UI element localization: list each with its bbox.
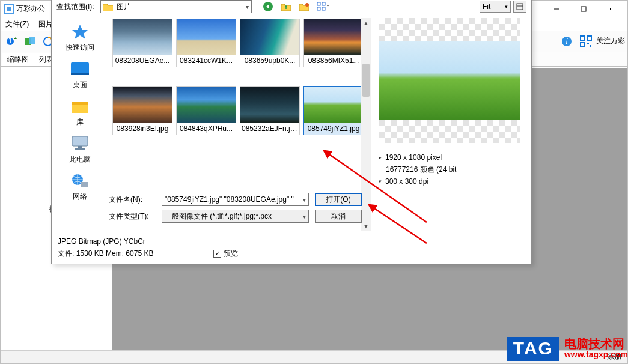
svg-rect-17	[587, 43, 589, 44]
folder-icon	[103, 3, 113, 11]
svg-rect-4	[581, 7, 586, 11]
svg-rect-23	[322, 2, 325, 5]
file-thumb[interactable]: 085232aEJFn.jpg	[240, 86, 300, 135]
thumb-image	[304, 19, 363, 55]
zoom-fit-combobox[interactable]: Fit▾	[480, 1, 511, 13]
svg-rect-2	[7, 7, 11, 11]
preview-toggle-button[interactable]	[513, 1, 526, 13]
file-thumb[interactable]: 083856MfX51...	[303, 19, 364, 67]
file-thumb[interactable]: 083928in3Ef.jpg	[112, 86, 172, 135]
svg-rect-24	[322, 7, 325, 10]
place-network[interactable]: 网络	[56, 172, 104, 202]
svg-rect-18	[590, 45, 591, 47]
toolbar-btn-2[interactable]	[22, 33, 38, 50]
up-folder-icon[interactable]	[281, 2, 291, 11]
svg-point-20	[305, 3, 309, 7]
svg-rect-10	[29, 37, 35, 44]
svg-rect-32	[75, 148, 85, 150]
view-menu-icon[interactable]	[317, 2, 330, 11]
toolbar-info-icon[interactable]: i	[558, 33, 575, 50]
svg-rect-22	[317, 7, 320, 10]
svg-rect-21	[317, 2, 320, 5]
thumb-image	[113, 87, 172, 123]
file-thumb[interactable]: 083208UEGAe...	[112, 19, 172, 67]
thumb-image	[240, 19, 299, 55]
thumb-caption: 085232aEJFn.jpg	[240, 123, 299, 135]
svg-text:i: i	[566, 37, 568, 46]
thumb-image	[177, 19, 236, 55]
size-info: 文件: 1530 KB Mem: 6075 KB	[58, 248, 153, 259]
svg-text:1: 1	[8, 37, 13, 45]
thumb-caption: 083659upb0K...	[240, 55, 299, 67]
file-thumb[interactable]: 084843qXPHu...	[176, 86, 236, 135]
file-thumb[interactable]: 083241ccW1K...	[176, 19, 236, 67]
thumb-caption: 083928in3Ef.jpg	[113, 123, 172, 135]
svg-rect-15	[587, 36, 591, 40]
dialog-footer: JPEG Bitmap (JPG) YCbCr 文件: 1530 KB Mem:…	[58, 236, 525, 259]
preview-metadata: ▸1920 x 1080 pixel 16777216 颜色 (24 bit ▾…	[379, 151, 526, 187]
attention-label[interactable]: 关注万彩	[596, 36, 625, 46]
thumb-caption: 083241ccW1K...	[177, 55, 236, 67]
filetype-combobox[interactable]: 一般图像文件 (*.tif;*.gif;*.jpg;*.pcx▾	[162, 210, 309, 223]
svg-rect-14	[581, 36, 585, 40]
new-folder-icon[interactable]	[299, 2, 309, 11]
watermark-line2: www.tagxp.com	[564, 349, 628, 360]
svg-rect-34	[81, 182, 88, 187]
lookin-value: 图片	[117, 2, 131, 12]
thumb-caption: 083856MfX51...	[304, 55, 363, 67]
svg-rect-30	[72, 136, 88, 146]
places-bar: 快速访问 桌面 库 此电脑 网络	[52, 16, 108, 231]
filename-label: 文件名(N):	[109, 195, 156, 205]
filename-input[interactable]: "085749jiYZ1.jpg" "083208UEGAe.jpg" "▾	[162, 193, 309, 206]
place-this-pc[interactable]: 此电脑	[56, 135, 104, 165]
watermark-line1: 电脑技术网	[564, 338, 628, 349]
dialog-top-bar: 查找范围(I): 图片 ▾ Fit▾	[52, 0, 531, 16]
lookin-combobox[interactable]: 图片 ▾	[100, 0, 252, 13]
place-libraries[interactable]: 库	[56, 97, 104, 127]
cancel-button[interactable]: 取消	[315, 210, 362, 223]
thumb-image	[113, 19, 172, 55]
svg-rect-31	[78, 146, 82, 148]
file-thumb[interactable]: 083659upb0K...	[240, 19, 300, 67]
checkbox-icon: ✓	[213, 250, 221, 258]
nav-icons	[263, 1, 330, 12]
watermark-tag: TAG	[507, 337, 559, 361]
file-thumb[interactable]: 085749jiYZ1.jpg	[303, 86, 364, 135]
thumb-image	[304, 87, 363, 123]
tab-thumbnails[interactable]: 缩略图	[2, 53, 34, 66]
svg-rect-16	[581, 43, 585, 47]
dropdown-arrow-icon: ▾	[246, 4, 249, 10]
svg-rect-28	[71, 73, 89, 75]
close-button[interactable]	[597, 1, 624, 17]
toolbar-btn-1[interactable]: 1	[4, 33, 20, 50]
open-button[interactable]: 打开(O)	[315, 193, 362, 206]
preview-checker	[379, 18, 520, 143]
caret-right-icon: ▸	[379, 151, 382, 163]
lookin-label: 查找范围(I):	[56, 2, 94, 12]
qr-icon[interactable]	[579, 35, 593, 48]
file-open-dialog: 查找范围(I): 图片 ▾ Fit▾ 快速访问 桌面	[51, 0, 532, 264]
thumb-image	[177, 87, 236, 123]
maximize-button[interactable]	[570, 1, 597, 17]
dialog-form: 文件名(N): "085749jiYZ1.jpg" "083208UEGAe.j…	[109, 193, 525, 226]
caret-down-icon: ▾	[379, 175, 382, 187]
app-title: 万彩办公	[16, 4, 45, 14]
place-quick-access[interactable]: 快速访问	[56, 23, 104, 53]
menu-file[interactable]: 文件(Z)	[5, 19, 29, 29]
minimize-button[interactable]	[543, 1, 570, 17]
app-icon	[4, 4, 14, 14]
thumb-caption: 083208UEGAe...	[113, 55, 172, 67]
thumb-image	[240, 87, 299, 123]
watermark: TAG 电脑技术网 www.tagxp.com	[507, 337, 628, 361]
filetype-label: 文件类型(T):	[109, 211, 156, 222]
thumb-caption: 084843qXPHu...	[177, 123, 236, 135]
back-icon[interactable]	[263, 1, 273, 12]
format-info: JPEG Bitmap (JPG) YCbCr	[58, 236, 153, 247]
preview-image	[379, 41, 520, 120]
svg-rect-25	[517, 4, 523, 10]
svg-rect-29	[72, 102, 88, 105]
preview-checkbox[interactable]: ✓ 预览	[213, 248, 238, 259]
place-desktop[interactable]: 桌面	[56, 60, 104, 90]
thumb-caption: 085749jiYZ1.jpg	[304, 123, 363, 135]
